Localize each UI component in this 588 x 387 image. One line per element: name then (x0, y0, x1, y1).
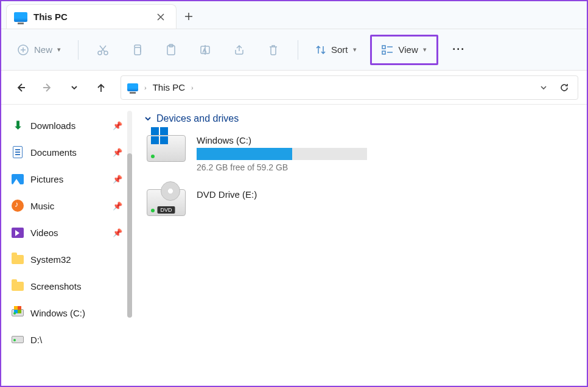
divider (78, 40, 79, 60)
paste-button[interactable] (158, 38, 184, 62)
pictures-icon (11, 172, 24, 186)
documents-icon (11, 145, 24, 159)
sidebar-item-documents[interactable]: Documents 📌 (5, 139, 128, 166)
scrollbar-thumb[interactable] (127, 153, 132, 318)
up-button[interactable] (90, 77, 112, 99)
pin-icon: 📌 (113, 148, 122, 157)
new-tab-button[interactable] (177, 4, 201, 29)
forward-button[interactable] (37, 77, 58, 99)
address-bar: › This PC › (1, 71, 587, 105)
ellipsis-icon: ··· (452, 43, 465, 56)
share-button[interactable] (226, 38, 253, 62)
sort-label: Sort (331, 44, 348, 55)
sidebar-item-windows-c[interactable]: Windows (C:) (5, 299, 128, 326)
this-pc-icon (14, 12, 27, 22)
divider (298, 40, 298, 60)
drive-icon (11, 306, 24, 319)
copy-button[interactable] (124, 38, 150, 62)
group-header-devices[interactable]: Devices and drives (144, 113, 575, 124)
refresh-button[interactable] (557, 77, 572, 99)
pin-icon: 📌 (113, 201, 122, 211)
sidebar-item-d-drive[interactable]: D:\ (5, 326, 128, 353)
pin-icon: 📌 (113, 228, 122, 237)
new-label: New (34, 44, 52, 55)
drive-item-windows-c[interactable]: Windows (C:) 26.2 GB free of 59.2 GB (144, 133, 575, 175)
sidebar-item-label: D:\ (30, 335, 42, 345)
tab-title: This PC (33, 12, 147, 22)
storage-fill (197, 148, 292, 160)
sidebar-item-label: Windows (C:) (30, 308, 85, 318)
sidebar-item-videos[interactable]: Videos 📌 (5, 219, 128, 246)
music-icon (11, 199, 24, 212)
breadcrumb-dropdown[interactable] (536, 77, 551, 99)
more-button[interactable]: ··· (446, 38, 472, 62)
svg-rect-9 (382, 51, 385, 54)
svg-text:A: A (203, 47, 206, 54)
sidebar-item-music[interactable]: Music 📌 (5, 192, 128, 219)
chevron-down-icon (144, 115, 152, 122)
content-area: Devices and drives Windows (C:) 26.2 GB … (132, 105, 587, 386)
storage-bar (197, 148, 367, 160)
chevron-right-icon: › (191, 84, 194, 91)
sidebar-item-label: Videos (30, 228, 58, 238)
sidebar-item-screenshots[interactable]: Screenshots (5, 273, 128, 299)
drive-icon (147, 135, 186, 162)
svg-rect-8 (382, 46, 385, 49)
delete-button[interactable] (260, 38, 287, 62)
toolbar: New ▾ A Sort ▾ View (1, 29, 587, 71)
storage-text: 26.2 GB free of 59.2 GB (197, 162, 367, 172)
drive-icon (11, 333, 24, 346)
navigation-pane: ⬇ Downloads 📌 Documents 📌 Pictures 📌 Mus… (1, 105, 132, 386)
view-button-highlight: View ▾ (370, 35, 438, 65)
close-tab-button[interactable] (153, 9, 169, 25)
this-pc-icon (127, 83, 138, 91)
tab-this-pc[interactable]: This PC (6, 4, 177, 29)
sidebar-item-label: System32 (30, 254, 71, 265)
cut-button[interactable] (89, 38, 116, 62)
sidebar-item-label: Documents (30, 147, 77, 158)
sidebar-item-system32[interactable]: System32 (5, 246, 128, 273)
new-button[interactable]: New ▾ (11, 38, 67, 62)
drive-name: DVD Drive (E:) (197, 189, 367, 200)
sidebar-item-downloads[interactable]: ⬇ Downloads 📌 (5, 112, 128, 139)
breadcrumb-item[interactable]: This PC (153, 82, 185, 92)
tab-bar: This PC (1, 1, 587, 29)
view-label: View (399, 44, 418, 55)
drive-name: Windows (C:) (197, 135, 367, 145)
breadcrumb[interactable]: › This PC › (121, 75, 578, 100)
drive-item-dvd-e[interactable]: DVD DVD Drive (E:) (144, 187, 575, 218)
chevron-right-icon: › (144, 84, 147, 91)
chevron-down-icon: ▾ (57, 46, 61, 54)
sidebar-item-label: Screenshots (30, 281, 81, 291)
dvd-drive-icon: DVD (147, 189, 186, 216)
dvd-badge: DVD (157, 206, 175, 214)
chevron-down-icon: ▾ (423, 46, 427, 54)
pin-icon: 📌 (113, 175, 122, 184)
chevron-down-icon: ▾ (353, 46, 357, 54)
sort-button[interactable]: Sort ▾ (309, 38, 363, 62)
folder-icon (11, 253, 24, 266)
videos-icon (11, 226, 24, 239)
rename-button[interactable]: A (192, 38, 219, 62)
sidebar-item-label: Pictures (30, 174, 63, 184)
view-button[interactable]: View ▾ (376, 38, 433, 62)
recent-dropdown[interactable] (63, 77, 85, 99)
group-header-label: Devices and drives (156, 113, 239, 124)
folder-icon (11, 279, 24, 293)
sidebar-item-label: Downloads (30, 120, 75, 131)
sidebar-item-pictures[interactable]: Pictures 📌 (5, 166, 128, 192)
pin-icon: 📌 (113, 121, 122, 130)
sidebar-item-label: Music (30, 201, 54, 211)
downloads-icon: ⬇ (11, 119, 24, 132)
back-button[interactable] (10, 77, 32, 99)
svg-rect-3 (135, 47, 141, 55)
